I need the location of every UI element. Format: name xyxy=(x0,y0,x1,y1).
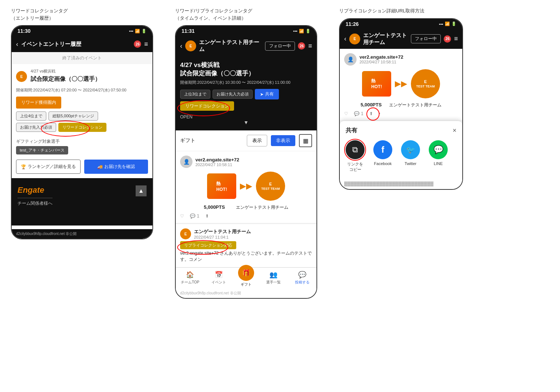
copy-link-circle: ⧉ xyxy=(346,140,365,159)
facebook-circle: f xyxy=(373,140,392,159)
menu-icon-1[interactable]: ≡ xyxy=(144,40,148,48)
line-circle: 💬 xyxy=(429,140,448,159)
reward-btn-1[interactable]: リワード獲得圏内 xyxy=(16,97,61,109)
twitter-circle: 🐦 xyxy=(401,140,420,159)
nav-bar-1: ‹ イベントエントリー履歴 26 ≡ xyxy=(12,36,152,52)
like-action-1[interactable]: ♡ xyxy=(180,213,184,219)
comment-action-3[interactable]: 💬 1 xyxy=(354,111,363,116)
post-card-1: 👤 ver2.engate.site+72 2022/04/27 10:58:1… xyxy=(176,151,316,223)
back-button-3[interactable]: ‹ xyxy=(344,35,346,43)
line-item[interactable]: 💬 LINE xyxy=(429,140,448,172)
arrow-icon-3: ▶▶ xyxy=(395,79,407,89)
menu-icon-2[interactable]: ≡ xyxy=(308,42,312,50)
tag-top4: 上位4位まで xyxy=(16,111,46,121)
nav-post[interactable]: 💬 投稿する xyxy=(288,268,316,288)
reward-tag-wrapper: リワードコレクション xyxy=(180,103,234,109)
status-bar-1: 11:30 ▪▪▪ 📶 🔋 xyxy=(12,26,152,36)
comment-action-1[interactable]: 💬 1 xyxy=(190,213,199,219)
follow-btn-2[interactable]: フォロー中 xyxy=(265,42,295,51)
event-period-1: 開催期間:2022/04/27(水) 07:20:00 〜 2022/04/27… xyxy=(16,87,148,93)
footer-sub-1: チーム関係者様へ xyxy=(18,198,52,207)
gift-label-2: ギフト xyxy=(180,137,243,144)
phone-1: 11:30 ▪▪▪ 📶 🔋 ‹ イベントエントリー履歴 26 ≡ 終了済みのイベ… xyxy=(11,25,153,239)
share-action-3[interactable]: ⬆ xyxy=(369,111,373,116)
section-header-1: 終了済みのイベント xyxy=(12,52,152,64)
action-row-1: 🏆 ランキング／詳細を見る 🚚 お届け先を確認 xyxy=(16,160,148,174)
ranking-btn-1[interactable]: 🏆 ランキング／詳細を見る xyxy=(16,160,81,174)
post-stats-3: 5,000PTS エンゲートテスト用チーム xyxy=(344,102,458,108)
section-2-title: リワード/リプライコレクションタグ （タイムライン、イベント詳細） xyxy=(175,7,252,21)
wifi-icon: 📶 xyxy=(135,29,140,34)
team-icon-3: E xyxy=(349,34,360,44)
battery-icon-3: 🔋 xyxy=(451,21,456,26)
gift-toggle-2: ギフト 表示 非表示 ▦ xyxy=(176,130,316,151)
nav-gift-btn[interactable]: 🎁 ギフト xyxy=(233,268,259,288)
post-actions-1: ♡ 💬 1 ⬆ xyxy=(180,213,312,219)
tag-delivery-2: お届け先入力必須 xyxy=(213,90,253,99)
phone-2: 11:31 ▪▪▪ 📶 🔋 ‹ E エンゲートテスト用チーム フォロー中 26 … xyxy=(175,25,317,299)
twitter-label: Twitter xyxy=(405,161,416,166)
tag-reward-collection: リワードコレクション xyxy=(58,123,106,132)
post-stats-1: 5,000PTS エンゲートテスト用チーム xyxy=(180,204,312,211)
copy-link-wrapper: ⧉ リンクを コピー xyxy=(346,140,365,172)
hot-image-3: 熱HOT! xyxy=(362,71,391,97)
share-title: 共有 xyxy=(346,127,357,134)
gifting-label-1: ギフティング対象選手 xyxy=(16,138,148,145)
post-icon: 💬 xyxy=(298,271,306,279)
user-avatar-3: 👤 xyxy=(344,53,357,66)
reward-collection-tag-2: リワードコレクション xyxy=(180,101,234,111)
back-button-1[interactable]: ‹ xyxy=(16,40,18,48)
tag-row-1: 上位4位まで 総額5,000ptチャレンジ xyxy=(16,111,148,121)
event-date-1: 4/27 vs横浜戦 xyxy=(31,68,101,74)
nav-title-3: エンゲートテスト用チーム xyxy=(363,32,408,46)
menu-icon-3[interactable]: ≡ xyxy=(454,35,458,43)
share-overlay: 共有 × ⧉ リンクを コピー xyxy=(340,121,462,178)
like-action-3[interactable]: ♡ xyxy=(344,111,348,116)
signal-icon-3: ▪▪▪ xyxy=(439,22,443,26)
team-name-post-2: エンゲートテスト用チーム xyxy=(194,228,251,235)
team-image-1: ETEST TEAM xyxy=(256,172,285,201)
qr-icon[interactable]: ▦ xyxy=(299,134,312,147)
phone-footer-1: Engate チーム関係者様へ ▲ xyxy=(12,178,152,226)
nav-bar-2: ‹ E エンゲートテスト用チーム フォロー中 26 ≡ xyxy=(176,36,316,56)
toggle-hide-btn[interactable]: 非表示 xyxy=(271,135,295,146)
section-2: リワード/リプライコレクションタグ （タイムライン、イベント詳細） 11:31 … xyxy=(175,7,317,299)
tag-delivery: お届け先入力必須 xyxy=(16,123,56,132)
status-time-2: 11:31 xyxy=(182,28,195,34)
nav-players[interactable]: 👥 選手一覧 xyxy=(259,268,288,288)
nav-badge-3: 26 xyxy=(444,35,451,43)
twitter-item[interactable]: 🐦 Twitter xyxy=(401,140,420,172)
players-icon: 👥 xyxy=(269,271,277,279)
share-icons: ⧉ リンクを コピー f Facebook xyxy=(346,140,456,172)
share-btn-2[interactable]: ➤ 共有 xyxy=(255,89,279,99)
status-time-1: 11:30 xyxy=(18,28,31,34)
arrow-icon-1: ▶▶ xyxy=(240,181,252,191)
status-time-3: 11:26 xyxy=(346,21,359,27)
bottom-cropped: ▓▓▓▓▓▓▓▓▓▓▓▓▓▓▓▓▓▓▓▓▓▓▓▓▓▓▓▓ xyxy=(340,178,462,189)
wifi-icon-3: 📶 xyxy=(445,21,450,26)
post-actions-3: ♡ 💬 1 ⬆ • xyxy=(344,111,458,116)
copy-link-item[interactable]: ⧉ リンクを コピー xyxy=(346,140,365,172)
section-1: リワードコレクションタグ （エントリー履歴） 11:30 ▪▪▪ 📶 🔋 ‹ イ xyxy=(11,7,153,239)
engate-logo-1: Engate xyxy=(18,185,52,195)
event-period-2: 開催期間:2022/04/27(水) 10:30:00 〜 2022/04/27… xyxy=(180,80,312,85)
tag-row-2: お届け先入力必須 リワードコレクション xyxy=(16,123,106,132)
nav-team-top[interactable]: 🏠 チームTOP xyxy=(176,268,205,288)
signal-icon: ▪▪▪ xyxy=(129,29,133,33)
tag-points: 総額5,000ptチャレンジ xyxy=(48,111,98,121)
share-action-1[interactable]: ⬆ xyxy=(205,213,209,219)
event-header-dark-2: 4/27 vs横浜戦 試合限定画像（〇〇選手） 開催期間:2022/04/27(… xyxy=(176,56,316,130)
facebook-item[interactable]: f Facebook xyxy=(373,140,392,172)
close-btn-share[interactable]: × xyxy=(452,127,456,134)
status-icons-1: ▪▪▪ 📶 🔋 xyxy=(129,29,147,34)
status-bar-3: 11:26 ▪▪▪ 📶 🔋 xyxy=(340,19,462,29)
copy-link-label: リンクを コピー xyxy=(347,161,363,172)
nav-event[interactable]: 📅 イベント xyxy=(205,268,233,288)
delivery-btn-1[interactable]: 🚚 お届け先を確認 xyxy=(84,160,148,174)
post-time-3: 2022/04/27 10:58:11 xyxy=(359,60,403,64)
back-button-2[interactable]: ‹ xyxy=(180,42,182,50)
follow-btn-3[interactable]: フォロー中 xyxy=(411,34,441,43)
copy-icon: ⧉ xyxy=(352,145,358,154)
toggle-show-btn[interactable]: 表示 xyxy=(247,135,267,146)
post-team-1: エンゲートテスト用チーム xyxy=(236,204,288,211)
